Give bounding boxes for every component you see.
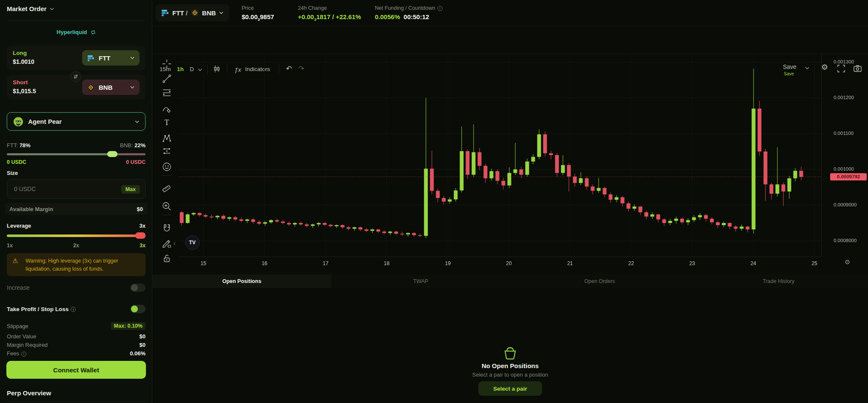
candle: [555, 153, 559, 176]
fees-label-text: Fees: [7, 350, 19, 357]
position-tool-icon[interactable]: [162, 146, 172, 156]
candle: [383, 230, 386, 234]
connect-wallet-button[interactable]: Connect Wallet: [6, 361, 146, 379]
candle: [609, 192, 613, 203]
candle: [460, 126, 464, 192]
candle: [347, 226, 351, 230]
venue-label: Hyperliquid: [57, 29, 87, 35]
info-icon[interactable]: i: [437, 6, 443, 11]
candle: [776, 147, 779, 197]
axis-settings-gear-icon[interactable]: ⚙: [845, 258, 850, 266]
price-value: $0.0039857: [242, 13, 274, 22]
text-tool-icon[interactable]: T: [162, 117, 172, 128]
candle: [585, 177, 589, 189]
change-prefix: +0.00: [298, 13, 314, 20]
tab-twap[interactable]: TWAP: [331, 274, 511, 288]
order-type-select[interactable]: Market Order: [7, 5, 146, 12]
refresh-icon: [91, 30, 96, 35]
tab-open-orders[interactable]: Open Orders: [510, 274, 689, 288]
brush-icon[interactable]: [162, 104, 172, 114]
chevron-down-icon: [219, 11, 223, 14]
venue-switcher[interactable]: Hyperliquid: [7, 28, 146, 36]
candle: [472, 124, 476, 177]
candle: [597, 178, 601, 193]
candle: [531, 154, 535, 165]
divider: [7, 401, 146, 402]
long-asset-select[interactable]: FTT: [82, 50, 140, 66]
magnet-icon[interactable]: [162, 223, 172, 234]
leverage-slider-track[interactable]: [7, 234, 146, 237]
ftt-icon: [87, 54, 94, 62]
max-button[interactable]: Max: [121, 185, 140, 194]
fees-value: 0.06%: [130, 350, 146, 357]
agent-select[interactable]: Agent Pear: [7, 112, 146, 131]
candle: [567, 163, 571, 191]
zoom-in-icon[interactable]: [162, 201, 172, 212]
candle: [400, 232, 404, 236]
candle: [692, 215, 696, 223]
toolbar-collapse-arrow[interactable]: ‹: [174, 240, 175, 246]
ratio-right-label: BNB:: [120, 142, 133, 149]
short-asset-select[interactable]: BNB: [82, 80, 140, 95]
candle: [466, 149, 470, 179]
candle: [371, 229, 374, 233]
ratio-slider-handle[interactable]: [107, 151, 117, 157]
candle: [436, 189, 440, 202]
leverage-slider-handle[interactable]: [135, 232, 146, 239]
candle: [746, 226, 750, 232]
xabcd-pattern-icon[interactable]: [162, 133, 172, 143]
candle: [573, 174, 577, 186]
change-value: +0.0031817 / +22.61%: [298, 13, 361, 22]
funding-label: Net Funding / Countdowni: [375, 5, 443, 11]
select-pair-button[interactable]: Select a pair: [478, 381, 542, 396]
info-icon[interactable]: i: [21, 352, 26, 357]
x-axis-label: 24: [751, 260, 756, 266]
tpsl-toggle-knob: [131, 306, 138, 312]
y-axis-label: 0.0009000: [834, 202, 857, 207]
ruler-icon[interactable]: [162, 182, 172, 192]
emoji-tool-icon[interactable]: [162, 162, 172, 172]
main-area: FTT / BNB Price $0.0039857 24h Change +0…: [152, 0, 868, 403]
tradingview-logo[interactable]: TV: [185, 235, 200, 250]
leverage-value: 3x: [140, 223, 146, 229]
increase-label: Increase: [7, 284, 30, 291]
candle: [448, 197, 452, 204]
slippage-value[interactable]: Max: 0.10%: [111, 322, 146, 330]
swap-sides-button[interactable]: [70, 71, 81, 82]
increase-toggle[interactable]: [130, 283, 146, 292]
chevron-down-icon: [130, 86, 134, 89]
tpsl-toggle[interactable]: [130, 305, 146, 313]
price-axis[interactable]: 0.0009792 0.0013000.0012000.0011000.0010…: [821, 54, 868, 257]
crosshair-icon[interactable]: [162, 59, 172, 69]
x-axis-label: 17: [323, 260, 328, 266]
candle: [454, 188, 458, 202]
ratio-slider[interactable]: [7, 151, 146, 157]
pair-selector[interactable]: FTT / BNB: [155, 4, 229, 21]
leverage-slider[interactable]: [7, 232, 146, 239]
y-axis-label: 0.001300: [834, 59, 854, 64]
candle: [752, 69, 756, 234]
time-axis[interactable]: 1516171819202122232425: [179, 257, 821, 270]
x-axis-label: 16: [262, 260, 267, 266]
candle: [442, 196, 446, 204]
candle: [698, 213, 702, 220]
candlestick-chart[interactable]: [179, 54, 821, 257]
size-input[interactable]: [13, 180, 115, 198]
candle: [651, 212, 654, 219]
info-icon[interactable]: i: [71, 307, 76, 312]
drawing-mode-pencil-icon[interactable]: [162, 238, 172, 249]
y-axis-label: 0.0008000: [834, 238, 857, 243]
fib-retracement-icon[interactable]: [162, 88, 172, 98]
x-axis-label: 15: [200, 260, 206, 266]
pair-separator: /: [186, 9, 188, 17]
candle: [204, 214, 208, 218]
candle: [251, 218, 255, 223]
increase-toggle-knob: [131, 284, 138, 291]
tab-trade-history[interactable]: Trade History: [689, 274, 868, 288]
candle: [198, 212, 202, 217]
ratio-slider-track[interactable]: [7, 153, 146, 155]
tab-open-positions[interactable]: Open Positions: [152, 274, 331, 288]
y-axis-label: 0.001200: [834, 95, 854, 100]
trend-line-icon[interactable]: [162, 74, 172, 84]
lock-drawings-icon[interactable]: [162, 253, 172, 263]
